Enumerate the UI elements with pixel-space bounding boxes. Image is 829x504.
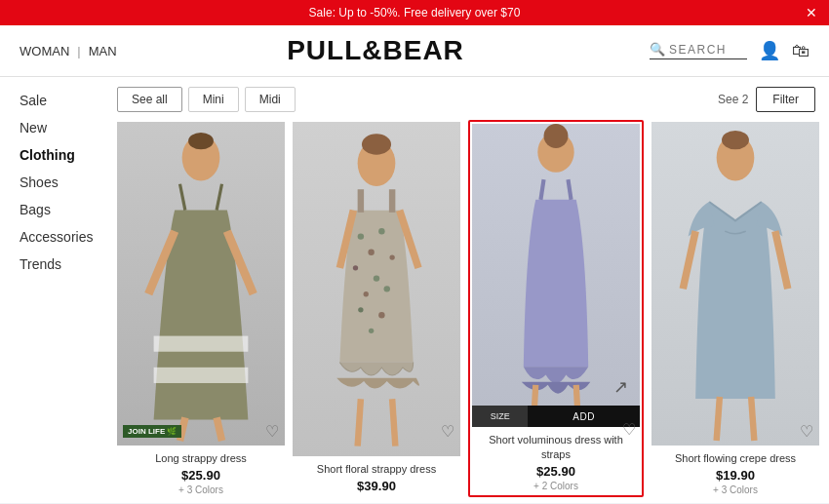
svg-rect-5: [154, 368, 249, 383]
svg-point-19: [384, 286, 390, 291]
svg-point-20: [358, 307, 363, 312]
wishlist-button-2[interactable]: ♡: [441, 422, 454, 441]
svg-rect-23: [358, 189, 364, 213]
svg-rect-4: [154, 336, 249, 352]
wishlist-button-4[interactable]: ♡: [800, 422, 813, 441]
svg-point-16: [353, 265, 358, 270]
product-info-3: Short voluminous dress with straps $25.9…: [472, 427, 640, 493]
size-button[interactable]: SIZE: [472, 406, 528, 427]
svg-line-28: [392, 399, 395, 446]
content-area: See all Mini Midi See 2 Filter: [117, 77, 829, 503]
main-content: Sale New Clothing Shoes Bags Accessories…: [0, 77, 829, 503]
nav-divider: |: [77, 44, 80, 58]
svg-line-31: [540, 179, 543, 200]
svg-line-41: [717, 397, 720, 441]
search-icon: 🔍: [650, 42, 665, 57]
sidebar-item-accessories[interactable]: Accessories: [20, 229, 98, 245]
svg-point-15: [389, 254, 394, 259]
header: WOMAN | MAN PULL&BEAR 🔍 👤 🛍: [0, 25, 829, 77]
product-name-2: Short floral strappy dress: [295, 462, 458, 476]
svg-point-12: [358, 233, 364, 239]
svg-point-11: [362, 134, 391, 155]
size-add-bar: SIZE ADD: [472, 406, 640, 427]
header-actions: 🔍 👤 🛍: [595, 40, 809, 61]
product-colors-3: + 2 Colors: [474, 481, 638, 491]
svg-line-27: [358, 399, 361, 446]
svg-line-42: [751, 397, 754, 441]
svg-point-30: [544, 124, 569, 148]
product-info-2: Short floral strappy dress $39.90: [293, 456, 460, 497]
gender-nav: WOMAN | MAN: [20, 44, 156, 58]
product-card-2[interactable]: ♡ Short floral strappy dress $39.90: [293, 122, 460, 497]
sidebar-item-bags[interactable]: Bags: [20, 202, 98, 217]
svg-point-17: [374, 275, 379, 281]
filter-tabs: See all Mini Midi: [117, 87, 296, 112]
sidebar-item-trends[interactable]: Trends: [20, 256, 98, 272]
sidebar-item-sale[interactable]: Sale: [20, 93, 98, 108]
wishlist-button-1[interactable]: ♡: [265, 422, 279, 441]
join-life-badge: JOIN LIFE 🌿: [123, 425, 181, 438]
filter-bar: See all Mini Midi See 2 Filter: [117, 87, 819, 112]
promo-banner: Sale: Up to -50%. Free delivery over $70…: [0, 0, 829, 25]
sidebar: Sale New Clothing Shoes Bags Accessories…: [0, 77, 117, 503]
product-card-3[interactable]: SIZE ADD ↗ ♡ Short voluminous dress with…: [468, 120, 644, 497]
user-icon[interactable]: 👤: [759, 40, 780, 61]
svg-point-22: [369, 329, 374, 333]
svg-point-38: [722, 131, 749, 149]
woman-nav-item[interactable]: WOMAN: [20, 44, 69, 58]
product-name-4: Short flowing crepe dress: [653, 451, 817, 465]
svg-point-21: [378, 312, 384, 318]
sidebar-item-new[interactable]: New: [20, 120, 98, 136]
site-logo: PULL&BEAR: [287, 35, 464, 66]
see-count: See 2: [718, 93, 748, 106]
svg-point-18: [364, 291, 369, 296]
product-card-1[interactable]: JOIN LIFE 🌿 ♡ Long strappy dress $25.90 …: [117, 122, 285, 497]
svg-point-14: [378, 228, 384, 234]
svg-line-39: [683, 231, 695, 289]
search-box[interactable]: 🔍: [650, 42, 747, 59]
banner-text: Sale: Up to -50%. Free delivery over $70: [309, 6, 521, 19]
product-name-1: Long strappy dress: [119, 451, 283, 465]
search-input[interactable]: [669, 43, 747, 57]
product-colors-1: + 3 Colors: [119, 485, 283, 495]
product-name-3: Short voluminous dress with straps: [474, 433, 638, 461]
product-image-2: [293, 122, 460, 456]
svg-line-9: [217, 417, 221, 441]
product-price-3: $25.90: [474, 464, 638, 479]
sidebar-item-clothing[interactable]: Clothing: [20, 147, 98, 163]
product-colors-4: + 3 Colors: [653, 485, 817, 495]
midi-button[interactable]: Midi: [245, 87, 296, 112]
wishlist-button-3[interactable]: ♡: [622, 420, 636, 439]
filter-button[interactable]: Filter: [756, 87, 815, 112]
product-image-1: JOIN LIFE 🌿: [117, 122, 285, 446]
svg-point-1: [188, 133, 214, 149]
product-price-1: $25.90: [119, 468, 283, 483]
product-image-3: SIZE ADD ↗: [472, 124, 640, 427]
svg-line-2: [180, 184, 185, 211]
svg-point-13: [368, 250, 374, 255]
mini-button[interactable]: Mini: [188, 87, 239, 112]
product-info-4: Short flowing crepe dress $19.90 + 3 Col…: [651, 446, 819, 497]
product-image-4: [651, 122, 819, 446]
product-card-4[interactable]: ♡ Short flowing crepe dress $19.90 + 3 C…: [651, 122, 819, 497]
svg-line-32: [568, 179, 571, 200]
product-price-2: $39.90: [295, 479, 458, 493]
filter-right: See 2 Filter: [718, 87, 815, 112]
svg-line-3: [217, 184, 221, 211]
products-grid: JOIN LIFE 🌿 ♡ Long strappy dress $25.90 …: [117, 122, 819, 497]
see-all-button[interactable]: See all: [117, 87, 182, 112]
bag-icon[interactable]: 🛍: [792, 41, 809, 61]
sidebar-item-shoes[interactable]: Shoes: [20, 174, 98, 190]
product-info-1: Long strappy dress $25.90 + 3 Colors: [117, 446, 285, 497]
banner-close-button[interactable]: ✕: [806, 5, 817, 20]
svg-line-40: [775, 231, 788, 289]
svg-rect-24: [389, 189, 395, 213]
product-price-4: $19.90: [653, 468, 817, 483]
man-nav-item[interactable]: MAN: [89, 44, 117, 58]
